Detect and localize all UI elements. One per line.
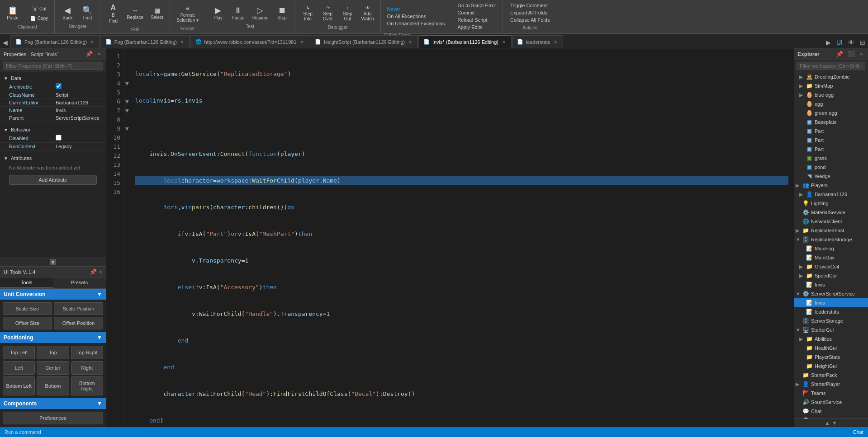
uitools-tab-tools[interactable]: Tools xyxy=(0,277,53,288)
format-selection-button[interactable]: ≡ FormatSelection ▾ xyxy=(174,3,201,24)
tab-split-btn[interactable]: ⊟ xyxy=(857,37,868,48)
fold-arrow-4[interactable]: ▼ xyxy=(125,79,129,88)
cut-button[interactable]: ✂️ Cut xyxy=(28,5,51,13)
tree-serverscriptservice[interactable]: ▼ ⚙️ ServerScriptService xyxy=(794,289,868,298)
tree-leaderstats[interactable]: 📝 leaderstats xyxy=(794,307,868,316)
tree-mainfog[interactable]: 📝 MainFog xyxy=(794,244,868,253)
tab-fog2-close[interactable]: × xyxy=(180,38,185,45)
pos-top-button[interactable]: Top xyxy=(37,346,69,359)
disabled-checkbox[interactable] xyxy=(56,135,62,141)
properties-filter-input[interactable] xyxy=(3,62,103,70)
properties-pin-icon[interactable]: 📌 xyxy=(84,50,94,58)
tab-url-close[interactable]: × xyxy=(299,38,305,45)
tab-invis[interactable]: 📄 Invis* (Barbarian1126 Editing) × xyxy=(418,35,512,48)
components-section[interactable]: Components ▼ xyxy=(0,398,106,409)
tree-startergui[interactable]: ▼ 🖥️ StarterGui xyxy=(794,325,868,334)
tree-starterpack[interactable]: 📁 StarterPack xyxy=(794,371,868,380)
pos-bottom-right-button[interactable]: Bottom Right xyxy=(71,376,103,395)
tree-grass[interactable]: ▣ grass xyxy=(794,154,868,163)
tree-egg[interactable]: 🥚 egg xyxy=(794,99,868,108)
explorer-filter-input[interactable] xyxy=(797,62,865,70)
tab-fog1[interactable]: 📄 Fog (Barbarian1126 Editing) × xyxy=(10,35,100,48)
tree-players[interactable]: ▶ 👥 Players xyxy=(794,181,868,190)
copy-button[interactable]: 📄 Copy xyxy=(28,14,51,23)
tab-nav-left[interactable]: ◀ xyxy=(0,37,10,48)
uitools-pin-icon[interactable]: 📌 xyxy=(90,268,97,275)
tree-lighting[interactable]: 💡 Lighting xyxy=(794,199,868,208)
scale-size-button[interactable]: Scale Size xyxy=(3,302,52,315)
tree-scroll-up[interactable]: ▲ xyxy=(825,420,830,426)
tree-wedge[interactable]: ◥ Wedge xyxy=(794,172,868,181)
pos-top-right-button[interactable]: Top Right xyxy=(71,346,103,359)
step-out-button[interactable]: ↑ StepOut xyxy=(339,4,357,23)
add-watch-button[interactable]: 👁 AddWatch xyxy=(359,4,377,23)
tree-heightgui[interactable]: 📁 HeightGui xyxy=(794,362,868,371)
tree-invis-sss[interactable]: 📝 Invis xyxy=(794,298,868,307)
add-attribute-button[interactable]: Add Attribute xyxy=(9,175,97,185)
explorer-expand-icon[interactable]: ⬛ xyxy=(846,50,856,58)
fold-arrow-6[interactable]: ▼ xyxy=(125,97,129,106)
tree-scroll-down[interactable]: ▼ xyxy=(832,420,837,426)
tree-part3[interactable]: ▣ Part xyxy=(794,145,868,154)
resume-button[interactable]: ▷ Resume xyxy=(249,5,271,22)
tab-leaderstats-close[interactable]: × xyxy=(553,38,558,45)
properties-close-icon[interactable]: × xyxy=(96,50,102,58)
apply-edits-btn[interactable]: Apply Edits xyxy=(455,23,499,31)
offset-size-button[interactable]: Offset Size xyxy=(3,317,52,329)
tree-speedcoil[interactable]: ▶ 📁 SpeedCoil xyxy=(794,271,868,280)
reload-script-btn[interactable]: Reload Script xyxy=(455,16,499,23)
tree-pond[interactable]: ▣ pond xyxy=(794,163,868,172)
tree-abilities[interactable]: ▶ 📁 Abilities xyxy=(794,334,868,343)
on-all-exceptions-btn[interactable]: On All Exceptions xyxy=(384,13,448,20)
tree-part2[interactable]: ▣ Part xyxy=(794,136,868,145)
pos-bottom-button[interactable]: Bottom xyxy=(37,376,69,395)
scale-position-button[interactable]: Scale Position xyxy=(54,302,103,315)
tree-barbarian[interactable]: ▶ 👤 Barbarian1126 xyxy=(794,190,868,199)
tree-simmap[interactable]: ▶ 📁 SimMap xyxy=(794,81,868,90)
fold-arrow-7[interactable]: ▼ xyxy=(125,106,129,115)
tree-teams[interactable]: 🚩 Teams xyxy=(794,389,868,398)
tree-chat[interactable]: 💬 Chat xyxy=(794,407,868,416)
pos-bottom-left-button[interactable]: Bottom Left xyxy=(3,376,35,395)
expand-all-folds-btn[interactable]: Expand All Folds xyxy=(507,9,553,16)
scroll-down-btn[interactable]: ▼ xyxy=(50,259,56,265)
back-button[interactable]: ◀ Back xyxy=(58,5,76,22)
pos-center-button[interactable]: Center xyxy=(37,361,69,375)
never-btn[interactable]: Never xyxy=(384,5,448,13)
archivable-checkbox[interactable] xyxy=(56,83,62,89)
tree-healthgui[interactable]: 📁 HealthGui xyxy=(794,343,868,352)
uitools-close-icon[interactable]: × xyxy=(99,268,102,275)
explorer-pin-icon[interactable]: 📌 xyxy=(835,50,844,58)
tree-droolingzombie[interactable]: ▶ 🧟 DroolingZombie xyxy=(794,72,868,81)
tab-height[interactable]: 📄 HeightScript (Barbarian1126 Editing) × xyxy=(310,35,418,48)
tab-fog2[interactable]: 📄 Fog (Barbarian1126 Editing) × xyxy=(100,35,190,48)
tab-ui-btn[interactable]: UI xyxy=(834,37,845,48)
go-to-script-error-btn[interactable]: Go to Script Error xyxy=(455,2,499,9)
props-data-header[interactable]: ▼ Data xyxy=(0,74,106,82)
step-into-button[interactable]: ↳ StepInto xyxy=(299,4,317,23)
tree-gravitycoil[interactable]: ▶ 📁 GravityCoil xyxy=(794,262,868,271)
tree-materialservice[interactable]: ⚙️ MaterialService xyxy=(794,208,868,217)
pos-right-button[interactable]: Right xyxy=(71,361,103,375)
tree-soundservice[interactable]: 🔊 SoundService xyxy=(794,398,868,407)
find-nav-button[interactable]: 🔍 Find xyxy=(78,5,96,22)
tree-part1[interactable]: ▣ Part xyxy=(794,127,868,136)
offset-position-button[interactable]: Offset Position xyxy=(54,317,103,329)
tree-greenegg[interactable]: 🥚 green egg xyxy=(794,108,868,117)
positioning-section[interactable]: Positioning ▼ xyxy=(0,332,106,343)
explorer-close-icon[interactable]: × xyxy=(858,50,864,58)
tab-height-close[interactable]: × xyxy=(408,38,413,45)
fold-arrow-9[interactable]: ▼ xyxy=(125,124,129,133)
on-unhandled-exceptions-btn[interactable]: On Unhandled Exceptions xyxy=(384,20,448,27)
tab-leaderstats[interactable]: 📄 leaderstats × xyxy=(512,35,563,48)
unit-conversion-section[interactable]: Unit Conversion ▼ xyxy=(0,289,106,300)
code-editor[interactable]: local rs = game:GetService("ReplicatedSt… xyxy=(130,48,794,427)
tab-url[interactable]: 🌐 http://www.roblox.com/asset/?id=131198… xyxy=(190,35,310,48)
pause-button[interactable]: ⏸ Pause xyxy=(229,5,247,22)
uitools-tab-presets[interactable]: Presets xyxy=(53,277,106,288)
collapse-all-folds-btn[interactable]: Collapse All Folds xyxy=(507,16,553,23)
tree-replicatedstorage[interactable]: ▼ 🗄️ ReplicatedStorage xyxy=(794,235,868,244)
tab-eye-btn[interactable]: 👁 xyxy=(845,37,857,48)
stop-button[interactable]: ⏹ Stop xyxy=(273,5,291,22)
pos-top-left-button[interactable]: Top Left xyxy=(3,346,35,359)
